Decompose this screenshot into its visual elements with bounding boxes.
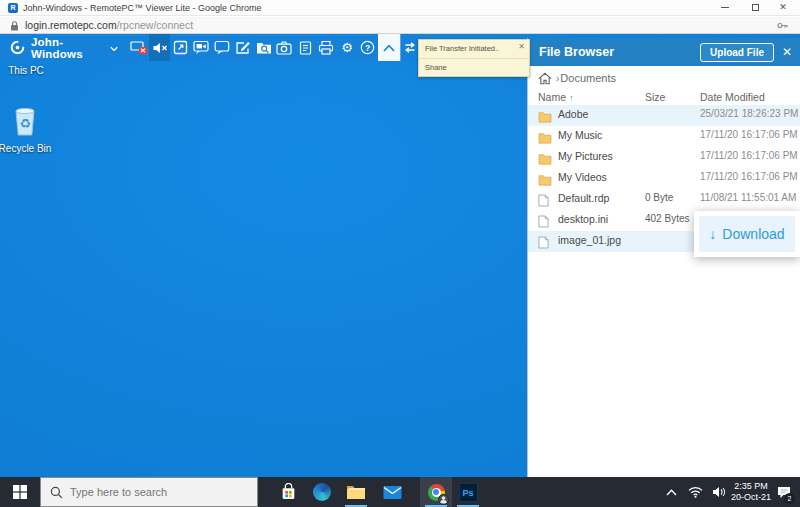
taskbar-clock[interactable]: 2:35 PM 20-Oct-21 (730, 477, 772, 507)
close-window-button[interactable]: ✕ (770, 0, 796, 16)
desktop-icon-label: Recycle Bin (0, 143, 52, 154)
breadcrumb-separator: › (556, 73, 559, 84)
file-size: 0 Byte (645, 192, 673, 203)
browser-titlebar: R John-Windows - RemotePC™ Viewer Lite -… (0, 0, 800, 16)
chat-icon[interactable] (212, 34, 233, 61)
folder-icon (538, 109, 552, 127)
remotepc-viewer-window: R John-Windows - RemotePC™ Viewer Lite -… (0, 0, 800, 507)
column-header-name[interactable]: Name ↑ (538, 91, 573, 103)
computer-name[interactable]: John-Windows (31, 36, 107, 60)
url-path: /rpcnew/connect (117, 19, 193, 31)
desktop-icon-recycle-bin[interactable]: ♻ Recycle Bin (0, 104, 52, 154)
download-label: Download (722, 226, 784, 242)
download-button[interactable]: ↓ Download (699, 216, 795, 252)
help-icon[interactable]: ? (357, 34, 378, 61)
table-row-my-music[interactable]: My Music 17/11/20 16:17:06 PM (528, 126, 800, 147)
download-popup: ↓ Download (694, 211, 800, 257)
start-button[interactable] (0, 477, 40, 507)
annotate-icon[interactable] (232, 34, 253, 61)
file-date: 17/11/20 16:17:06 PM (700, 150, 798, 161)
download-arrow-icon: ↓ (709, 226, 716, 242)
wifi-icon[interactable] (684, 477, 706, 507)
window-title: John-Windows - RemotePC™ Viewer Lite - G… (23, 0, 261, 16)
column-header-date[interactable]: Date Modified (700, 91, 765, 103)
file-browser-icon[interactable] (253, 34, 274, 61)
url-text[interactable]: login.remotepc.com/rpcnew/connect (25, 17, 193, 33)
folder-icon (538, 130, 552, 148)
file-name: My Videos (558, 171, 607, 183)
file-explorer-icon (346, 484, 366, 500)
display-remove-icon[interactable] (128, 34, 149, 61)
file-icon (538, 235, 549, 253)
desktop-icon-label: This PC (0, 65, 53, 76)
windows-taskbar: Ps 2:35 PM 20-Oct-21 2 (0, 477, 800, 507)
svg-text:?: ? (365, 43, 370, 53)
edge-button[interactable] (306, 477, 338, 507)
address-bar[interactable]: login.remotepc.com/rpcnew/connect (0, 17, 800, 34)
file-date: 17/11/20 16:17:06 PM (700, 129, 798, 140)
file-explorer-button[interactable] (340, 477, 372, 507)
search-input[interactable] (70, 486, 240, 498)
photoshop-button[interactable]: Ps (452, 477, 484, 507)
panel-title: File Browser (539, 45, 614, 59)
toast-user: Shane (425, 63, 447, 72)
fullscreen-icon[interactable] (170, 34, 191, 61)
notes-icon[interactable] (295, 34, 316, 61)
video-chat-icon[interactable] (191, 34, 212, 61)
remotepc-favicon-icon: R (8, 3, 18, 13)
chrome-remotepc-session-button[interactable] (420, 477, 452, 507)
mail-button[interactable] (376, 477, 408, 507)
store-button[interactable] (272, 477, 304, 507)
file-browser-header: File Browser Upload File ✕ (528, 38, 800, 66)
file-browser-panel: File Browser Upload File ✕ › Documents N… (527, 38, 800, 477)
mute-icon[interactable] (149, 34, 170, 61)
password-key-icon[interactable] (777, 21, 788, 30)
clock-time: 2:35 PM (734, 481, 768, 492)
file-name: My Music (558, 129, 602, 141)
remotepc-logo-icon (9, 39, 26, 56)
action-center-button[interactable]: 2 (770, 477, 798, 507)
toast-title: File Transfer Initiated.. (425, 44, 499, 53)
screenshot-icon[interactable] (274, 34, 295, 61)
folder-icon (538, 172, 552, 190)
mail-icon (383, 485, 402, 500)
home-icon[interactable] (538, 72, 552, 85)
lock-icon (10, 21, 19, 31)
file-name: Default.rdp (558, 192, 609, 204)
volume-icon[interactable] (708, 477, 730, 507)
table-row-default-rdp[interactable]: Default.rdp 0 Byte 11/08/21 11:55:01 AM (528, 189, 800, 210)
tray-expand-icon[interactable] (662, 477, 680, 507)
taskbar-search[interactable] (40, 477, 258, 507)
maximize-button[interactable] (742, 0, 768, 16)
breadcrumb-item-documents[interactable]: Documents (560, 72, 616, 84)
print-icon[interactable] (316, 34, 337, 61)
settings-icon[interactable]: ⚙ (337, 34, 358, 61)
file-icon (538, 214, 549, 232)
toast-close-icon[interactable]: ✕ (518, 42, 525, 51)
chevron-down-icon[interactable] (110, 46, 118, 52)
notification-count-badge: 2 (784, 493, 795, 504)
svg-text:♻: ♻ (19, 116, 31, 131)
file-icon (538, 193, 549, 211)
minimize-button[interactable] (712, 0, 738, 16)
recycle-bin-icon: ♻ (10, 104, 40, 138)
upload-file-button[interactable]: Upload File (700, 43, 774, 62)
file-name: Adobe (558, 108, 588, 120)
table-row-my-videos[interactable]: My Videos 17/11/20 16:17:06 PM (528, 168, 800, 189)
file-size: 402 Bytes (645, 213, 689, 224)
panel-close-icon[interactable]: ✕ (774, 45, 800, 59)
file-date: 25/03/21 18:26:23 PM (700, 108, 798, 119)
table-row-adobe[interactable]: Adobe 25/03/21 18:26:23 PM (528, 105, 800, 126)
column-header-size[interactable]: Size (645, 91, 665, 103)
file-name: My Pictures (558, 150, 613, 162)
file-transfer-icon[interactable] (400, 34, 419, 61)
store-icon (280, 483, 297, 501)
table-row-my-pictures[interactable]: My Pictures 17/11/20 16:17:06 PM (528, 147, 800, 168)
url-host: login.remotepc.com (25, 19, 117, 31)
collapse-toolbar-icon[interactable] (378, 34, 400, 61)
start-icon (13, 485, 27, 499)
file-date: 17/11/20 16:17:06 PM (700, 171, 798, 182)
breadcrumb: › Documents (528, 66, 800, 90)
table-header: Name ↑ Size Date Modified (528, 91, 800, 105)
avatar (438, 494, 449, 505)
